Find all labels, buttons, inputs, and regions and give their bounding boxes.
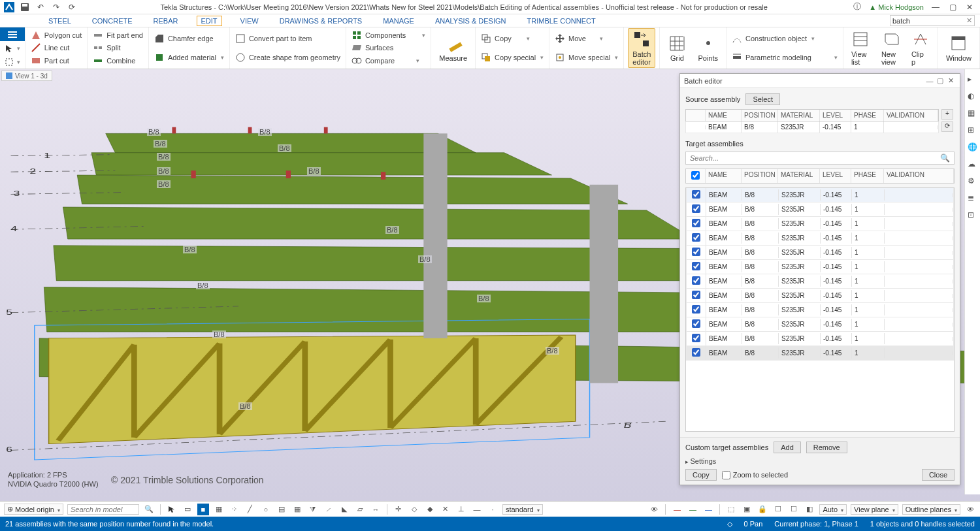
select-hash-icon[interactable]: ▦ (291, 504, 303, 515)
target-row[interactable]: BEAMB/8S235JR-0.1451 (686, 202, 954, 217)
select-weld-icon[interactable]: ⟋ (323, 504, 335, 515)
row-checkbox[interactable] (692, 204, 700, 213)
snap-perp-icon[interactable]: ⊥ (455, 504, 467, 515)
select-all-checkbox[interactable] (691, 171, 700, 180)
row-checkbox[interactable] (692, 219, 700, 227)
clip-cube-icon[interactable]: ⬚ (725, 504, 737, 515)
select-plane-icon[interactable]: ▱ (354, 504, 366, 515)
box-icon-off2[interactable]: ☐ (788, 504, 800, 515)
row-checkbox[interactable] (692, 348, 700, 357)
row-checkbox[interactable] (692, 276, 700, 285)
cmd-measure[interactable]: Measure (435, 33, 471, 63)
snap-dot-icon[interactable]: · (487, 504, 498, 515)
snap-end-icon[interactable]: ◇ (408, 504, 420, 515)
cmd-view-list[interactable]: View list (847, 29, 874, 67)
close-window-icon[interactable]: ✕ (964, 2, 975, 12)
dock-properties-icon[interactable]: ◐ (968, 91, 978, 102)
select-grid-icon[interactable]: ▤ (276, 504, 287, 515)
select-pointer-icon[interactable] (166, 504, 178, 515)
maximize-icon[interactable]: ▢ (947, 2, 958, 12)
cmd-construction-object[interactable]: Construction object▾ (730, 33, 839, 44)
cmd-batch-editor[interactable]: Batch editor (628, 28, 655, 68)
row-checkbox[interactable] (692, 248, 700, 256)
cmd-create-shape[interactable]: Create shape from geometry (234, 52, 342, 63)
auto-dropdown[interactable]: Auto (819, 504, 847, 515)
panel-close-icon[interactable]: ✕ (945, 76, 956, 85)
remove-button[interactable]: Remove (806, 442, 847, 453)
dock-layers-icon[interactable]: ≣ (968, 193, 978, 204)
add-source-icon[interactable]: + (941, 109, 953, 120)
target-search-input[interactable] (690, 154, 940, 162)
view-plane-dropdown[interactable]: View plane (851, 504, 898, 515)
select-parts-icon[interactable]: ■ (197, 504, 209, 515)
menu-drawings[interactable]: DRAWINGS & REPORTS (277, 16, 365, 26)
target-row[interactable]: BEAMB/8S235JR-0.1451 (686, 346, 954, 361)
select-wireframe-icon[interactable]: ▦ (213, 504, 225, 515)
ribbon-search-clear-icon[interactable]: ✕ (966, 16, 972, 25)
cmd-added-material[interactable]: Added material▾ (153, 52, 225, 63)
panel-maximize-icon[interactable]: ▢ (935, 76, 945, 85)
snap-mode-dropdown[interactable]: standard (502, 504, 543, 515)
copy-button[interactable]: Copy (685, 469, 717, 481)
ribbon-search[interactable]: batch ✕ (890, 15, 975, 26)
row-checkbox[interactable] (692, 262, 700, 270)
target-row[interactable]: BEAMB/8S235JR-0.1451 (686, 260, 954, 274)
cmd-parametric-modeling[interactable]: Parametric modeling▾ (730, 52, 839, 63)
cmd-move-special[interactable]: Move special▾ (553, 52, 619, 63)
target-row[interactable]: BEAMB/8S235JR-0.1451 (686, 303, 954, 317)
cmd-fit-part-end[interactable]: Fit part end (91, 29, 144, 41)
file-menu-button[interactable] (0, 27, 25, 41)
panel-minimize-icon[interactable]: — (924, 77, 935, 85)
menu-view[interactable]: VIEW (238, 16, 261, 26)
cmd-part-cut[interactable]: Part cut (29, 55, 83, 67)
eye-off-icon[interactable]: 👁 (964, 504, 976, 515)
cmd-copy[interactable]: Copy▾ (480, 33, 545, 44)
cmd-convert-part[interactable]: Convert part to item (234, 33, 342, 44)
history-icon[interactable]: ⟳ (67, 2, 77, 12)
menu-rebar[interactable]: REBAR (151, 16, 181, 26)
cmd-combine[interactable]: Combine (91, 55, 144, 67)
select-multi-icon[interactable]: ⁘ (229, 504, 240, 515)
dock-expand-icon[interactable]: ▸ (968, 74, 978, 85)
search-model-icon[interactable]: 🔍 (143, 504, 155, 515)
pointer-tool[interactable]: ▾ (0, 41, 25, 55)
dock-settings-icon[interactable]: ⚙ (968, 176, 978, 187)
clip-cube2-icon[interactable]: ▣ (741, 504, 753, 515)
select-tool[interactable]: ▾ (0, 55, 25, 69)
menu-trimble[interactable]: TRIMBLE CONNECT (525, 16, 598, 26)
snap-int-icon[interactable]: ✕ (440, 504, 451, 515)
row-checkbox[interactable] (692, 334, 700, 342)
cmd-new-view[interactable]: New view (877, 29, 904, 67)
redo-icon[interactable]: ↷ (51, 2, 61, 12)
target-row[interactable]: BEAMB/8S235JR-0.1451 (686, 289, 954, 303)
help-icon[interactable]: ⓘ (852, 2, 862, 12)
menu-analysis[interactable]: ANALYSIS & DESIGN (433, 16, 509, 26)
status-phase[interactable]: Current phase: 1, Phase 1 (774, 520, 858, 528)
target-row[interactable]: BEAMB/8S235JR-0.1451 (686, 317, 954, 332)
select-bolt-icon[interactable]: ⧩ (307, 504, 319, 515)
outline-planes-dropdown[interactable]: Outline planes (902, 504, 960, 515)
cmd-split[interactable]: Split (91, 42, 144, 54)
select-line-icon[interactable]: ╱ (244, 504, 256, 515)
search-model-input[interactable] (67, 504, 139, 515)
menu-edit[interactable]: EDIT (197, 16, 222, 26)
dock-globe-icon[interactable]: 🌐 (968, 142, 978, 153)
select-dim-icon[interactable]: ↔ (370, 504, 382, 515)
row-checkbox[interactable] (692, 190, 700, 199)
cmd-components[interactable]: Components▾ (350, 29, 427, 41)
select-source-button[interactable]: Select (745, 93, 780, 105)
target-row[interactable]: BEAMB/8S235JR-0.1451 (686, 188, 954, 202)
snap-mid-icon[interactable]: ◆ (424, 504, 436, 515)
target-list[interactable]: BEAMB/8S235JR-0.1451BEAMB/8S235JR-0.1451… (685, 187, 955, 432)
lock-icon[interactable]: 🔒 (757, 504, 768, 515)
cmd-compare[interactable]: Compare▾ (350, 55, 427, 67)
dock-reference-icon[interactable]: ⊞ (968, 125, 978, 136)
source-row[interactable]: BEAM B/8 S235JR -0.145 1 (685, 121, 939, 133)
select-cut-icon[interactable]: ◣ (338, 504, 350, 515)
settings-expander[interactable]: Settings (685, 457, 955, 465)
target-search[interactable]: 🔍 (685, 152, 955, 165)
search-icon[interactable]: 🔍 (940, 153, 950, 163)
refresh-source-icon[interactable]: ⟳ (941, 121, 953, 132)
view-y-icon[interactable]: — (687, 504, 698, 515)
user-name[interactable]: ▲ Mick Hodgson (869, 3, 924, 11)
